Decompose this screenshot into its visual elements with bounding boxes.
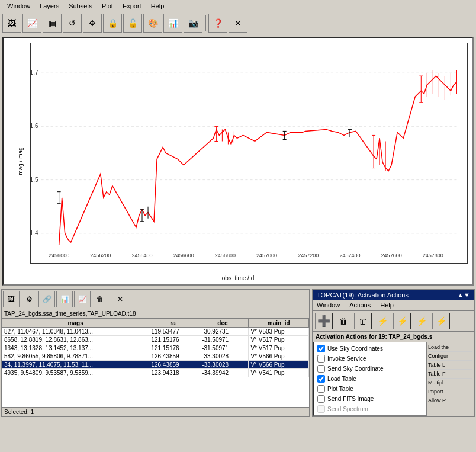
topcat-btn-lightning1[interactable]: ⚡ (374, 313, 391, 329)
cell-dec_-2: -31.50971 (200, 344, 249, 352)
col-ra[interactable]: ra_ (149, 319, 200, 328)
plot-area: mag / mag obs_time / d 11.7 11.6 11.5 11… (2, 37, 474, 286)
toolbar-btn-close[interactable]: ✕ (229, 14, 247, 33)
topcat-btn-lightning3[interactable]: ⚡ (413, 313, 430, 329)
toolbar-btn-8[interactable]: 📊 (163, 14, 182, 33)
action-label-2: Send Sky Coordinate (327, 365, 384, 373)
data-table[interactable]: mags ra_ dec_ main_id 827, 11.0467, 11.0… (2, 319, 309, 407)
bottom-section: 🖼 ⚙ 🔗 📊 📈 🗑 ✕ TAP_24_bgds.ssa_time_serie… (0, 288, 476, 418)
toolbar-btn-5[interactable]: 🔒 (103, 14, 122, 33)
action-checkbox-1[interactable] (317, 355, 325, 363)
bottom-btn-plot2[interactable]: 📈 (74, 291, 91, 307)
cell-dec_-1: -31.50971 (200, 336, 249, 344)
topcat-menu-actions[interactable]: Actions (347, 301, 373, 309)
cell-ra_-1: 121.15176 (149, 336, 200, 344)
menu-subsets[interactable]: Subsets (64, 1, 97, 11)
bottom-btn-close-x[interactable]: ✕ (112, 291, 128, 307)
bottom-btn-link[interactable]: 🔗 (38, 291, 55, 307)
cell-main_id-1: V* V517 Pup (249, 336, 309, 344)
col-mags[interactable]: mags (2, 319, 149, 328)
cell-mags-3: 582, 9.86055, 9.85806, 9.78871... (2, 352, 149, 361)
table-row[interactable]: 4935, 9.54809, 9.53587, 9.5359...123.943… (2, 369, 309, 377)
action-item-5[interactable]: Send FITS Image (315, 394, 424, 404)
svg-text:11.7: 11.7 (31, 69, 38, 76)
topcat-sub-menubar: Window Actions Help (313, 300, 474, 311)
action-checkbox-6[interactable] (317, 405, 325, 413)
bottom-btn-delete[interactable]: 🗑 (92, 291, 108, 307)
action-label-3: Load Table (327, 375, 356, 383)
svg-text:2456200: 2456200 (90, 252, 111, 258)
bottom-btn-table[interactable]: 🖼 (3, 291, 20, 307)
plot-canvas[interactable]: 11.7 11.6 11.5 11.4 2456000 2456200 2456… (30, 43, 468, 264)
toolbar-btn-0[interactable]: 🖼 (2, 14, 21, 33)
menu-layers[interactable]: Layers (35, 1, 64, 11)
action-label-6: Send Spectrum (327, 405, 368, 413)
svg-text:11.4: 11.4 (31, 230, 38, 236)
topcat-menu-window[interactable]: Window (314, 301, 342, 309)
toolbar-btn-2[interactable]: ▦ (43, 14, 62, 33)
bottom-btn-config[interactable]: ⚙ (21, 291, 37, 307)
cell-mags-5: 4935, 9.54809, 9.53587, 9.5359... (2, 369, 149, 377)
cell-mags-0: 827, 11.0467, 11.0348, 11.0413... (2, 328, 149, 336)
action-item-2[interactable]: Send Sky Coordinate (315, 364, 424, 374)
topcat-btn-del2[interactable]: 🗑 (354, 313, 372, 329)
action-item-0[interactable]: Use Sky Coordinates (315, 344, 424, 354)
action-checkbox-4[interactable] (317, 385, 325, 393)
action-checkbox-3[interactable] (317, 375, 325, 383)
cell-mags-1: 8658, 12.8819, 12.8631, 12.863... (2, 336, 149, 344)
action-item-4[interactable]: Plot Table (315, 384, 424, 394)
svg-text:11.6: 11.6 (31, 123, 38, 129)
left-panel: 🖼 ⚙ 🔗 📊 📈 🗑 ✕ TAP_24_bgds.ssa_time_serie… (1, 289, 310, 417)
action-item-3[interactable]: Load Table (315, 374, 424, 384)
topcat-btn-lightning2[interactable]: ⚡ (393, 313, 411, 329)
toolbar-btn-4[interactable]: ✥ (83, 14, 102, 33)
plot-svg: 11.7 11.6 11.5 11.4 2456000 2456200 2456… (31, 43, 467, 263)
menu-plot[interactable]: Plot (97, 1, 118, 11)
topcat-btn-add[interactable]: ➕ (315, 313, 333, 329)
table-row[interactable]: 582, 9.86055, 9.85806, 9.78871...126.438… (2, 352, 309, 361)
side-labels: Load theConfigurTable LTable FMultiplImp… (426, 342, 474, 416)
toolbar-btn-9[interactable]: 📷 (184, 14, 202, 33)
toolbar-btn-3[interactable]: ↺ (63, 14, 82, 33)
topcat-title-icons: ▲▼ (457, 291, 470, 299)
menu-export[interactable]: Export (118, 1, 146, 11)
topcat-btn-del1[interactable]: 🗑 (335, 313, 352, 329)
bottom-btn-chart[interactable]: 📊 (56, 291, 73, 307)
topcat-icon-row: ➕ 🗑 🗑 ⚡ ⚡ ⚡ ⚡ (313, 311, 474, 332)
side-label-4: Multipl (428, 379, 472, 387)
col-dec[interactable]: dec_ (200, 319, 249, 328)
toolbar-btn-help[interactable]: ❓ (208, 14, 227, 33)
toolbar-btn-7[interactable]: 🎨 (143, 14, 162, 33)
svg-text:2457200: 2457200 (298, 252, 319, 258)
cell-mags-2: 1343, 13.1328, 13.1452, 13.137... (2, 344, 149, 352)
topcat-title: TOPCAT(19): Activation Actions (317, 291, 409, 299)
table-row[interactable]: 827, 11.0467, 11.0348, 11.0413...119.534… (2, 328, 309, 336)
topcat-panel: TOPCAT(19): Activation Actions ▲▼ Window… (312, 289, 475, 417)
activation-section-title: Activation Actions for 19: TAP_24_bgds.s (313, 332, 474, 342)
cell-dec_-5: -34.39942 (200, 369, 249, 377)
toolbar-btn-6[interactable]: 🔓 (123, 14, 142, 33)
svg-text:2456600: 2456600 (173, 252, 194, 258)
col-main-id[interactable]: main_id (249, 319, 309, 328)
svg-text:2457800: 2457800 (423, 252, 443, 258)
cell-ra_-5: 123.94318 (149, 369, 200, 377)
action-item-6[interactable]: Send Spectrum (315, 404, 424, 414)
action-checkbox-5[interactable] (317, 395, 325, 403)
svg-text:2457400: 2457400 (339, 252, 360, 258)
table-row[interactable]: 34, 11.3997, 11.4075, 11.53, 11...126.43… (2, 361, 309, 369)
cell-dec_-3: -33.30028 (200, 352, 249, 361)
side-label-2: Table L (428, 361, 472, 370)
topcat-btn-lightning4[interactable]: ⚡ (432, 313, 450, 329)
action-label-5: Send FITS Image (327, 395, 374, 403)
toolbar-btn-1[interactable]: 📈 (22, 14, 41, 33)
topcat-menu-help[interactable]: Help (378, 301, 396, 309)
menu-help[interactable]: Help (146, 1, 169, 11)
table-row[interactable]: 1343, 13.1328, 13.1452, 13.137...121.151… (2, 344, 309, 352)
action-checkbox-0[interactable] (317, 345, 325, 352)
svg-text:2457000: 2457000 (256, 252, 277, 258)
table-row[interactable]: 8658, 12.8819, 12.8631, 12.863...121.151… (2, 336, 309, 344)
action-checkbox-2[interactable] (317, 365, 325, 373)
main-toolbar: 🖼 📈 ▦ ↺ ✥ 🔒 🔓 🎨 📊 📷 ❓ ✕ (0, 12, 476, 34)
menu-window[interactable]: Window (2, 1, 35, 11)
action-item-1[interactable]: Invoke Service (315, 354, 424, 364)
